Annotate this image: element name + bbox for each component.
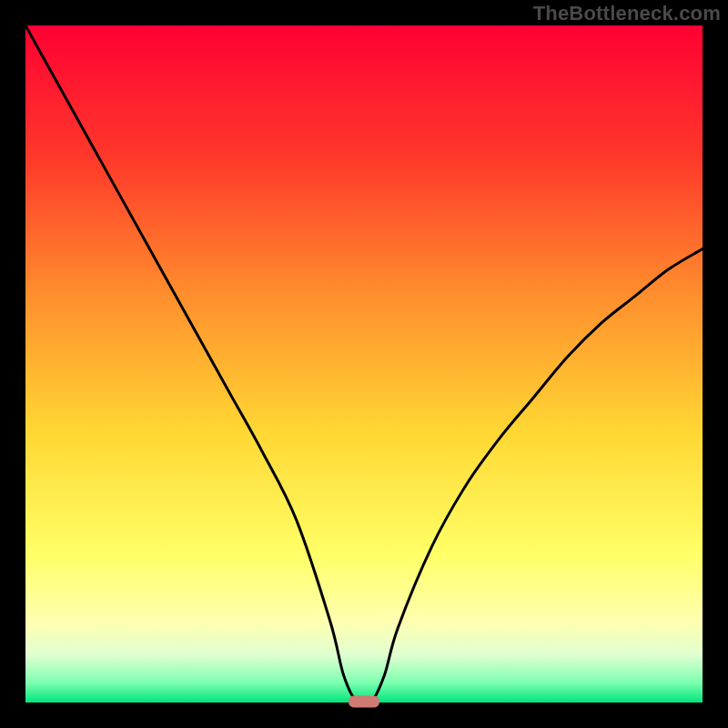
plot-background [25,25,703,703]
chart-frame: TheBottleneck.com [0,0,728,728]
optimal-marker [349,696,379,708]
watermark-text: TheBottleneck.com [533,2,721,25]
bottleneck-chart [0,0,728,728]
